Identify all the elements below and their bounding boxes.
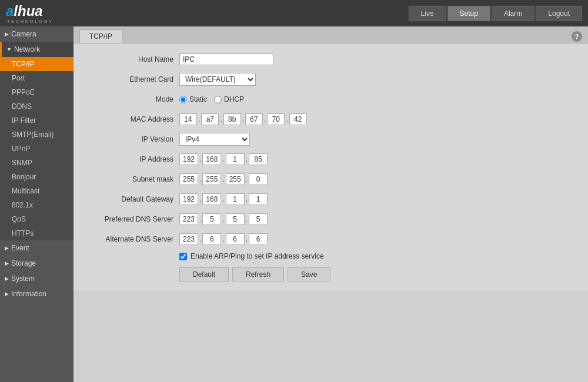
sidebar-group-network: ▼ Network TCP/IP Port PPPoE DDNS IP Filt… (0, 42, 74, 240)
alarm-button[interactable]: Alarm (492, 6, 534, 21)
gw-dot2: . (221, 195, 225, 203)
sidebar-item-8021x[interactable]: 802.1x (0, 198, 74, 212)
gw-dot3: . (245, 195, 249, 203)
mac-seg4[interactable] (245, 113, 263, 125)
sub-dot2: . (221, 175, 225, 183)
dns1-dot3: . (245, 215, 249, 223)
sidebar-item-multicast[interactable]: Multicast (0, 184, 74, 198)
header: alhua TECHNOLOGY Live Setup Alarm Logout (0, 0, 588, 26)
mac-seg6[interactable] (289, 113, 307, 125)
gw-seg4[interactable] (249, 193, 268, 205)
ethernet-card-select[interactable]: Wire(DEFAULT) (179, 73, 256, 86)
dns1-seg4[interactable] (249, 213, 268, 225)
sidebar-label-storage: Storage (11, 259, 36, 267)
sidebar-item-ipfilter[interactable]: IP Filter (0, 113, 74, 128)
dns2-seg3[interactable] (226, 233, 245, 245)
information-arrow-icon: ▶ (5, 291, 9, 297)
gw-seg2[interactable] (202, 193, 221, 205)
dns1-seg3[interactable] (226, 213, 245, 225)
setup-button[interactable]: Setup (447, 6, 490, 21)
mac-seg1[interactable] (179, 113, 197, 125)
logo-a: a (6, 3, 14, 19)
dns1-dot1: . (198, 215, 202, 223)
gw-seg1[interactable] (179, 193, 198, 205)
mac-seg2[interactable] (201, 113, 219, 125)
ip-seg4[interactable] (249, 153, 268, 165)
refresh-button[interactable]: Refresh (232, 267, 284, 282)
mac-seg5[interactable] (267, 113, 285, 125)
ip-seg1[interactable] (179, 153, 198, 165)
sub-dot1: . (198, 175, 202, 183)
sidebar-item-bonjour[interactable]: Bonjour (0, 170, 74, 184)
host-name-row: Host Name (85, 52, 576, 66)
mode-dhcp-label[interactable]: DHCP (214, 95, 244, 103)
sidebar-item-qos[interactable]: QoS (0, 212, 74, 226)
gw-seg3[interactable] (226, 193, 245, 205)
dns1-container: . . . (179, 213, 268, 225)
sidebar-item-network[interactable]: ▼ Network (0, 42, 74, 57)
subnet-container: . . . (179, 173, 268, 185)
ip-seg2[interactable] (202, 153, 221, 165)
tab-tcpip[interactable]: TCP/IP (79, 29, 122, 43)
mode-radio-group: Static DHCP (179, 95, 244, 103)
sub-seg4[interactable] (249, 173, 268, 185)
sidebar-item-pppoe[interactable]: PPPoE (0, 85, 74, 99)
default-button[interactable]: Default (179, 267, 229, 282)
mac-seg3[interactable] (223, 113, 241, 125)
mode-static-label[interactable]: Static (179, 95, 207, 103)
live-button[interactable]: Live (409, 6, 446, 21)
save-button[interactable]: Save (288, 267, 330, 282)
mac-dot2: . (219, 115, 223, 123)
mode-dhcp-text: DHCP (224, 95, 244, 103)
sub-seg3[interactable] (226, 173, 245, 185)
sub-seg1[interactable] (179, 173, 198, 185)
sidebar-item-tcpip[interactable]: TCP/IP (0, 57, 74, 71)
mac-address-label: MAC Address (85, 115, 179, 123)
ip-seg3[interactable] (226, 153, 245, 165)
ip-dot2: . (221, 155, 225, 163)
dns1-seg2[interactable] (202, 213, 221, 225)
ip-version-row: IP Version IPv4 (85, 132, 576, 146)
sidebar-label-network: Network (14, 45, 40, 53)
dns2-seg1[interactable] (179, 233, 198, 245)
sidebar-item-https[interactable]: HTTPs (0, 226, 74, 240)
subnet-label: Subnet mask (85, 175, 179, 183)
sidebar-item-storage[interactable]: ▶ Storage (0, 256, 74, 271)
host-name-input[interactable] (179, 53, 273, 65)
ip-dot1: . (198, 155, 202, 163)
sidebar-item-information[interactable]: ▶ Information (0, 286, 74, 301)
sidebar-item-port[interactable]: Port (0, 71, 74, 85)
mac-dot4: . (263, 115, 267, 123)
sidebar-item-camera[interactable]: ▶ Camera (0, 26, 74, 42)
dns2-seg4[interactable] (249, 233, 268, 245)
arp-checkbox[interactable] (179, 253, 187, 260)
dns2-seg2[interactable] (202, 233, 221, 245)
ip-version-select[interactable]: IPv4 (179, 133, 250, 146)
gw-dot1: . (198, 195, 202, 203)
help-icon[interactable]: ? (572, 31, 582, 42)
dns1-seg1[interactable] (179, 213, 198, 225)
sidebar-item-system[interactable]: ▶ System (0, 271, 74, 286)
sidebar-item-smtp[interactable]: SMTP(Email) (0, 128, 74, 142)
mac-address-row: MAC Address . . . . . (85, 112, 576, 126)
sidebar: ▶ Camera ▼ Network TCP/IP Port PPPoE DDN… (0, 26, 74, 382)
mode-static-radio[interactable] (179, 96, 187, 103)
mode-dhcp-radio[interactable] (214, 96, 222, 103)
mac-container: . . . . . (179, 113, 307, 125)
button-row: Default Refresh Save (179, 267, 576, 282)
dns2-container: . . . (179, 233, 268, 245)
mac-dot5: . (285, 115, 289, 123)
sidebar-item-ddns[interactable]: DDNS (0, 99, 74, 113)
sub-seg2[interactable] (202, 173, 221, 185)
logout-button[interactable]: Logout (536, 6, 582, 21)
ip-address-row: IP Address . . . (85, 152, 576, 166)
mode-row: Mode Static DHCP (85, 92, 576, 106)
sidebar-item-upnp[interactable]: UPnP (0, 142, 74, 156)
sidebar-item-event[interactable]: ▶ Event (0, 240, 74, 256)
sub-dot3: . (245, 175, 249, 183)
ip-address-container: . . . (179, 153, 268, 165)
system-arrow-icon: ▶ (5, 276, 9, 282)
content-area: TCP/IP ? Host Name Ethernet Card Wire(DE… (74, 26, 588, 382)
sidebar-item-snmp[interactable]: SNMP (0, 156, 74, 170)
ip-dot3: . (245, 155, 249, 163)
